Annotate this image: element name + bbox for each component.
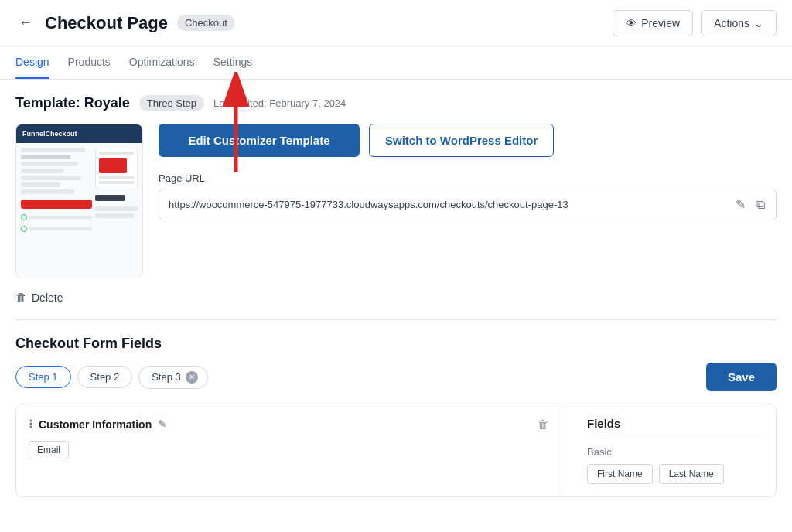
fields-panel: Fields Basic First Name Last Name xyxy=(575,404,776,496)
page-url-box: https://woocommerce-547975-1977733.cloud… xyxy=(159,189,777,220)
delete-section[interactable]: 🗑 Delete xyxy=(15,291,777,304)
preview-button[interactable]: 👁 Preview xyxy=(613,10,693,36)
step-tab-2[interactable]: Step 2 xyxy=(77,366,133,388)
email-field-tag[interactable]: Email xyxy=(29,441,69,459)
actions-button[interactable]: Actions ⌄ xyxy=(701,10,777,36)
fields-grid: First Name Last Name xyxy=(587,464,763,484)
trash-icon: 🗑 xyxy=(15,291,27,304)
customer-info-title: ⁝ Customer Information ✎ xyxy=(29,417,166,431)
tab-optimizations[interactable]: Optimizations xyxy=(129,46,195,79)
fields-panel-title: Fields xyxy=(587,417,763,430)
fields-divider xyxy=(587,438,763,438)
nav-tabs: Design Products Optimizations Settings xyxy=(0,46,792,80)
checkout-form-title: Checkout Form Fields xyxy=(15,336,777,352)
template-right: Edit Customizer Template Switch to WordP… xyxy=(159,124,777,278)
customer-info-header: ⁝ Customer Information ✎ 🗑 xyxy=(29,417,549,431)
step-3-label: Step 3 xyxy=(152,371,181,383)
header-left: ← Checkout Page Checkout xyxy=(15,12,235,34)
header: ← Checkout Page Checkout 👁 Preview Actio… xyxy=(0,0,792,46)
back-button[interactable]: ← xyxy=(15,12,36,34)
customer-info-label: Customer Information xyxy=(39,418,152,431)
delete-label: Delete xyxy=(32,292,63,304)
tab-design[interactable]: Design xyxy=(15,46,50,79)
step-tab-1[interactable]: Step 1 xyxy=(15,366,71,388)
bottom-content: ⁝ Customer Information ✎ 🗑 Email Fields … xyxy=(15,404,777,497)
checkout-badge: Checkout xyxy=(177,15,235,31)
template-preview-thumbnail: FunnelCheckout xyxy=(15,124,143,278)
steps-row: Step 1 Step 2 Step 3 ✕ Save xyxy=(15,363,777,391)
eye-icon: 👁 xyxy=(626,17,637,29)
last-name-chip[interactable]: Last Name xyxy=(659,464,724,484)
edit-url-button[interactable]: ✎ xyxy=(734,196,747,213)
edit-customer-info-icon[interactable]: ✎ xyxy=(158,418,166,430)
step-tab-3[interactable]: Step 3 ✕ xyxy=(138,366,208,389)
checkout-form-section: Checkout Form Fields Step 1 Step 2 Step … xyxy=(15,336,777,497)
template-title: Template: Royale xyxy=(15,95,130,111)
list-icon: ⁝ xyxy=(29,417,32,431)
fields-basic-label: Basic xyxy=(587,446,763,458)
main-content: Template: Royale Three Step Last Edited:… xyxy=(0,80,792,513)
switch-wp-editor-button[interactable]: Switch to WordPress Editor xyxy=(369,124,554,157)
template-body: FunnelCheckout xyxy=(15,124,777,278)
copy-url-button[interactable]: ⧉ xyxy=(755,196,766,213)
red-arrow-svg xyxy=(205,72,267,180)
page-url-value: https://woocommerce-547975-1977733.cloud… xyxy=(169,199,726,210)
template-body-wrapper: FunnelCheckout xyxy=(15,124,777,304)
template-header: Template: Royale Three Step Last Edited:… xyxy=(15,95,777,111)
fields-editor-left: ⁝ Customer Information ✎ 🗑 Email xyxy=(16,404,562,496)
delete-customer-info-icon[interactable]: 🗑 xyxy=(538,418,549,431)
header-right: 👁 Preview Actions ⌄ xyxy=(613,10,777,36)
template-step-badge: Three Step xyxy=(139,95,204,111)
chevron-down-icon: ⌄ xyxy=(754,17,763,29)
page-title: Checkout Page xyxy=(45,13,168,33)
step-3-close-icon[interactable]: ✕ xyxy=(186,371,198,384)
section-divider xyxy=(15,319,777,320)
save-button[interactable]: Save xyxy=(706,363,777,391)
first-name-chip[interactable]: First Name xyxy=(587,464,653,484)
tab-products[interactable]: Products xyxy=(68,46,111,79)
